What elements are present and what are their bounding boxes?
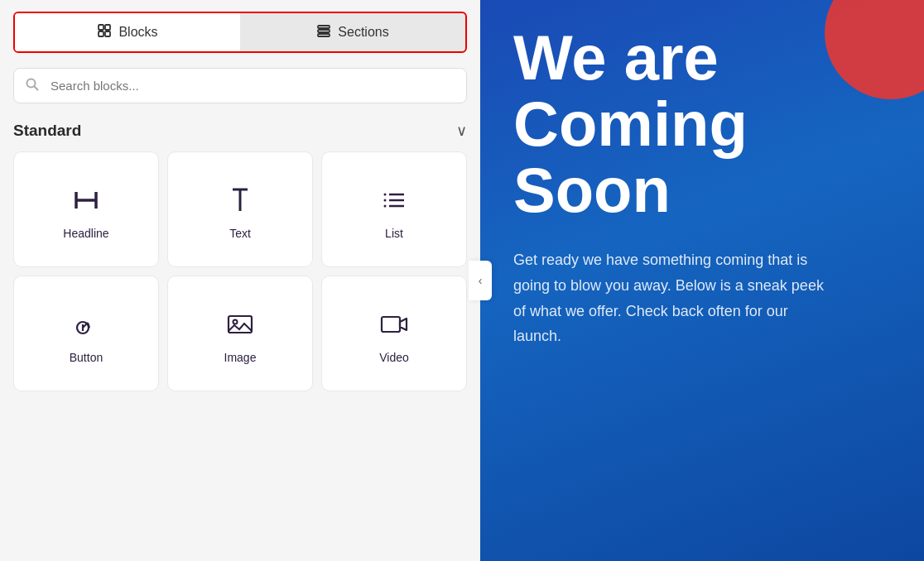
blocks-grid: Headline Text: [13, 151, 467, 391]
tab-blocks[interactable]: Blocks: [15, 13, 240, 51]
block-item-video[interactable]: Video: [321, 276, 467, 391]
headline-label: Headline: [63, 227, 108, 240]
block-item-button[interactable]: Button: [13, 276, 159, 391]
block-item-text[interactable]: Text: [167, 151, 313, 267]
block-item-image[interactable]: Image: [167, 276, 313, 391]
image-icon: [225, 309, 255, 339]
svg-rect-21: [229, 316, 252, 333]
button-icon: [71, 309, 101, 339]
collapse-panel-button[interactable]: ‹: [469, 261, 492, 300]
video-label: Video: [379, 351, 409, 364]
svg-rect-23: [382, 317, 400, 332]
svg-point-7: [27, 79, 36, 87]
standard-section-header: Standard ∨: [13, 122, 467, 140]
search-icon: [25, 77, 40, 95]
video-icon: [379, 309, 409, 339]
search-container: [13, 68, 467, 103]
collapse-arrow-icon: ‹: [479, 274, 483, 287]
sections-tab-icon: [316, 23, 331, 41]
text-icon: [225, 185, 255, 215]
right-panel: We areComingSoon Get ready we have somet…: [480, 0, 924, 561]
list-label: List: [385, 227, 403, 240]
text-label: Text: [229, 227, 251, 240]
svg-line-8: [35, 86, 39, 90]
svg-point-17: [384, 194, 387, 196]
block-item-headline[interactable]: Headline: [13, 151, 159, 267]
svg-rect-2: [99, 31, 103, 36]
search-input[interactable]: [13, 68, 467, 103]
left-panel: Blocks Sections Standard ∨: [0, 0, 480, 561]
headline-icon: [71, 185, 101, 215]
svg-rect-5: [318, 30, 330, 32]
chevron-down-icon[interactable]: ∨: [456, 122, 467, 140]
svg-rect-4: [318, 26, 330, 28]
svg-rect-0: [99, 25, 103, 30]
svg-point-22: [233, 320, 238, 324]
tab-blocks-label: Blocks: [118, 25, 157, 40]
tab-sections[interactable]: Sections: [240, 13, 465, 51]
tabs-container: Blocks Sections: [13, 12, 467, 53]
svg-point-18: [384, 199, 387, 202]
svg-rect-6: [318, 34, 330, 36]
list-icon: [379, 185, 409, 215]
blocks-tab-icon: [97, 23, 112, 41]
block-item-list[interactable]: List: [321, 151, 467, 267]
button-label: Button: [70, 351, 103, 364]
svg-rect-3: [105, 31, 110, 36]
image-label: Image: [224, 351, 257, 364]
coming-soon-description: Get ready we have something coming that …: [513, 247, 828, 348]
standard-section-title: Standard: [13, 122, 81, 140]
svg-point-19: [384, 205, 387, 208]
tab-sections-label: Sections: [338, 25, 388, 40]
svg-rect-1: [105, 25, 110, 30]
